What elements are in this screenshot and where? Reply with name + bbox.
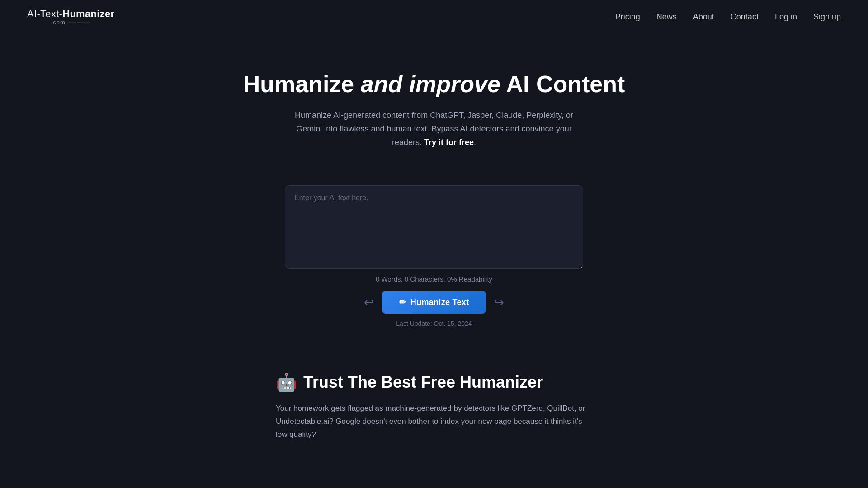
nav-signup[interactable]: Sign up	[813, 12, 841, 22]
site-header: AI-Text-Humanizer .com ───── Pricing New…	[0, 0, 868, 34]
humanize-button[interactable]: ✏ Humanize Text	[382, 291, 486, 314]
nav-pricing[interactable]: Pricing	[615, 12, 640, 22]
nav-contact[interactable]: Contact	[731, 12, 759, 22]
nav-about[interactable]: About	[693, 12, 714, 22]
trust-section: 🤖 Trust The Best Free Humanizer Your hom…	[262, 372, 606, 441]
main-nav: Pricing News About Contact Log in Sign u…	[615, 12, 841, 22]
nav-login[interactable]: Log in	[775, 12, 797, 22]
hero-section: Humanize and improve AI Content Humanize…	[231, 34, 637, 167]
logo-text: AI-Text-Humanizer	[27, 8, 114, 19]
hero-description: Humanize AI-generated content from ChatG…	[294, 109, 574, 149]
arrow-left-icon[interactable]: ↩	[364, 296, 374, 310]
hero-title: Humanize and improve AI Content	[240, 70, 628, 98]
pen-icon: ✏	[399, 297, 406, 307]
trust-heading: 🤖 Trust The Best Free Humanizer	[276, 372, 592, 392]
last-update: Last Update: Oct. 15, 2024	[285, 320, 583, 327]
arrow-right-icon[interactable]: ↪	[494, 296, 504, 310]
nav-news[interactable]: News	[656, 12, 677, 22]
text-tool: 0 Words, 0 Characters, 0% Readability ↩ …	[276, 185, 592, 327]
logo-dot: .com ─────	[27, 19, 114, 26]
humanize-button-label: Humanize Text	[410, 298, 469, 307]
robot-icon: 🤖	[276, 372, 297, 392]
stats-bar: 0 Words, 0 Characters, 0% Readability	[285, 275, 583, 283]
site-logo[interactable]: AI-Text-Humanizer .com ─────	[27, 8, 114, 26]
ai-text-input[interactable]	[285, 185, 583, 269]
trust-body: Your homework gets flagged as machine-ge…	[276, 402, 592, 441]
action-row: ↩ ✏ Humanize Text ↪	[285, 291, 583, 314]
